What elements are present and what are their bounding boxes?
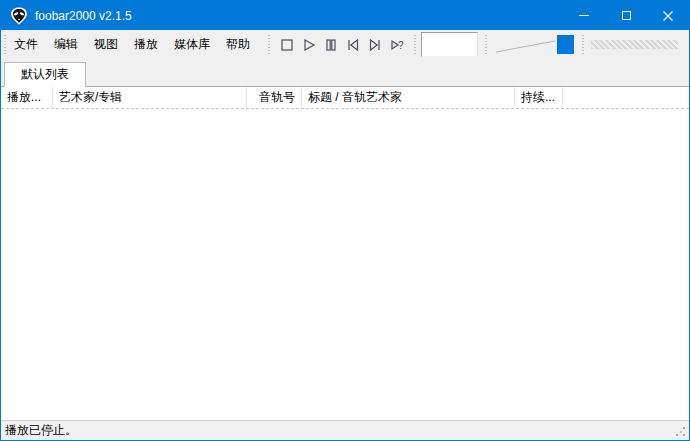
- column-duration[interactable]: 持续...: [515, 87, 563, 108]
- status-text: 播放已停止。: [5, 422, 77, 439]
- menu-file[interactable]: 文件: [6, 30, 46, 59]
- column-title-track-artist[interactable]: 标题 / 音轨艺术家: [302, 87, 515, 108]
- playback-buttons: ?: [276, 34, 408, 56]
- stop-icon: [279, 37, 295, 53]
- close-icon: [663, 11, 673, 21]
- minimize-button[interactable]: [563, 1, 605, 30]
- random-button[interactable]: ?: [386, 34, 408, 56]
- caption-buttons: [563, 1, 689, 30]
- playlist-column-header: 播放... 艺术家/专辑 音轨号 标题 / 音轨艺术家 持续...: [1, 87, 689, 109]
- previous-icon: [345, 37, 361, 53]
- menu-bar: 文件 编辑 视图 播放 媒体库 帮助: [6, 30, 258, 59]
- resize-grip-icon[interactable]: [676, 427, 686, 437]
- visualization-box[interactable]: [421, 32, 478, 57]
- volume-grip[interactable]: [485, 35, 487, 55]
- title-bar[interactable]: foobar2000 v2.1.5: [1, 1, 689, 30]
- seekbar-grip[interactable]: [582, 35, 584, 55]
- playlist-tab-strip: 默认列表: [1, 59, 689, 87]
- column-playing[interactable]: 播放...: [1, 87, 53, 108]
- playlist-body[interactable]: [1, 109, 689, 420]
- pause-button[interactable]: [320, 34, 342, 56]
- menu-view[interactable]: 视图: [86, 30, 126, 59]
- volume-slider[interactable]: [493, 33, 575, 57]
- foobar2000-app-icon[interactable]: [10, 7, 28, 25]
- toolbar-row: 文件 编辑 视图 播放 媒体库 帮助: [1, 30, 689, 59]
- stop-button[interactable]: [276, 34, 298, 56]
- menu-library[interactable]: 媒体库: [166, 30, 218, 59]
- play-icon: [301, 37, 317, 53]
- menu-edit[interactable]: 编辑: [46, 30, 86, 59]
- maximize-button[interactable]: [605, 1, 647, 30]
- next-button[interactable]: [364, 34, 386, 56]
- pause-icon: [323, 37, 339, 53]
- svg-text:?: ?: [398, 40, 404, 51]
- seekbar[interactable]: [591, 40, 678, 49]
- tab-default-playlist[interactable]: 默认列表: [4, 62, 86, 87]
- column-artist-album[interactable]: 艺术家/专辑: [53, 87, 247, 108]
- window-title: foobar2000 v2.1.5: [35, 9, 132, 23]
- minimize-icon: [579, 15, 589, 16]
- play-button[interactable]: [298, 34, 320, 56]
- column-track-number[interactable]: 音轨号: [247, 87, 302, 108]
- menu-help[interactable]: 帮助: [218, 30, 258, 59]
- random-icon: ?: [389, 37, 406, 53]
- status-bar: 播放已停止。: [1, 420, 689, 440]
- maximize-icon: [622, 11, 631, 20]
- volume-handle[interactable]: [557, 35, 574, 54]
- menu-playback[interactable]: 播放: [126, 30, 166, 59]
- visualization-grip[interactable]: [414, 35, 416, 55]
- close-button[interactable]: [647, 1, 689, 30]
- playback-toolbar-grip[interactable]: [268, 35, 270, 55]
- next-icon: [367, 37, 383, 53]
- column-empty[interactable]: [563, 87, 689, 108]
- previous-button[interactable]: [342, 34, 364, 56]
- app-window: foobar2000 v2.1.5 文件 编辑 视图 播放 媒体库 帮助: [0, 0, 690, 441]
